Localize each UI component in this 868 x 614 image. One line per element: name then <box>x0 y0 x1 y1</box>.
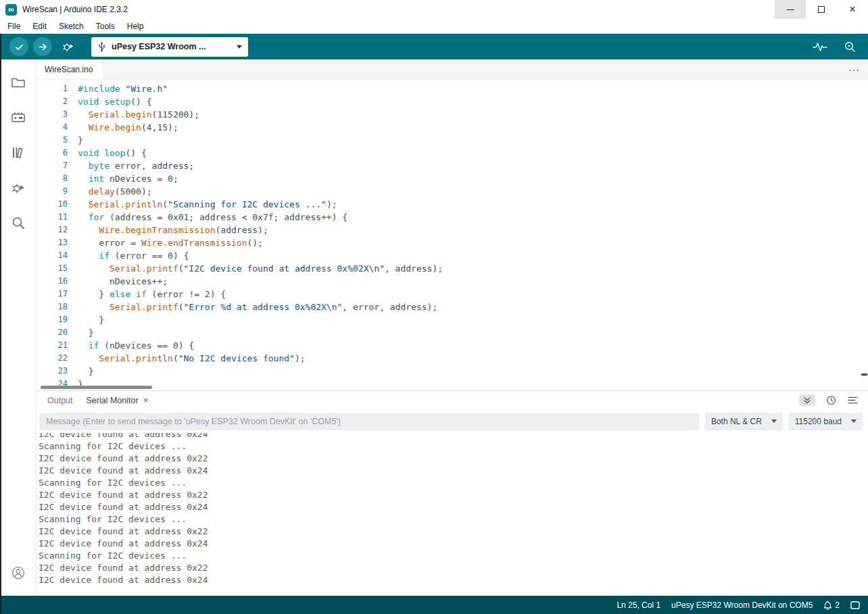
code-line[interactable]: 10 Serial.println("Scanning for I2C devi… <box>37 198 868 211</box>
code-text: error = Wire.endTransmission(); <box>68 236 263 249</box>
line-number: 13 <box>37 236 68 249</box>
debug-icon <box>11 181 26 195</box>
code-line[interactable]: 22 Serial.println("No I2C devices found"… <box>37 352 868 365</box>
sidebar-item-search[interactable] <box>3 208 33 238</box>
bell-icon <box>823 600 832 610</box>
code-line[interactable]: 21 if (nDevices == 0) { <box>37 339 868 352</box>
menu-tools[interactable]: Tools <box>90 19 121 34</box>
line-number: 14 <box>37 249 68 262</box>
notifications-button[interactable]: 2 <box>823 600 840 610</box>
code-line[interactable]: 19 } <box>37 313 868 326</box>
code-line[interactable]: 4 Wire.begin(4,15); <box>37 121 868 134</box>
minimize-icon <box>787 9 794 10</box>
panel-tab-bar: Output Serial Monitor × <box>37 391 868 409</box>
sidebar-item-account[interactable] <box>3 558 33 588</box>
tab-wirescan-ino[interactable]: WireScan.ino <box>37 59 104 79</box>
sidebar-item-library-manager[interactable] <box>3 138 33 168</box>
toggle-timestamp-button[interactable] <box>825 394 837 407</box>
baud-rate-dropdown[interactable]: 115200 baud <box>789 413 863 430</box>
serial-output-line: I2C device found at address 0x22 <box>39 562 868 574</box>
sidebar-item-debug[interactable] <box>3 173 33 203</box>
code-line[interactable]: 14 if (error == 0) { <box>37 249 868 262</box>
serial-monitor-tab-label: Serial Monitor <box>87 396 139 405</box>
code-line[interactable]: 6void loop() { <box>37 147 868 159</box>
status-bar: Ln 25, Col 1 uPesy ESP32 Wroom DevKit on… <box>0 596 868 614</box>
code-line[interactable]: 5} <box>37 134 868 147</box>
serial-output-line: Scanning for I2C devices ... <box>39 477 868 489</box>
line-number: 3 <box>37 108 68 121</box>
upload-button[interactable] <box>33 37 52 56</box>
line-number: 22 <box>37 352 68 365</box>
line-number: 10 <box>37 198 68 211</box>
code-text: Serial.printf("I2C device found at addre… <box>68 262 443 275</box>
serial-output-lines: I2C device found at address 0x24Scanning… <box>39 433 868 586</box>
board-selector-dropdown[interactable]: uPesy ESP32 Wroom ... <box>91 37 248 57</box>
code-text: Serial.println("No I2C devices found"); <box>68 352 306 365</box>
close-button[interactable]: × <box>837 0 868 19</box>
sidebar-item-boards-manager[interactable] <box>3 103 33 132</box>
code-line[interactable]: 15 Serial.printf("I2C device found at ad… <box>37 262 868 275</box>
serial-monitor-button[interactable] <box>841 38 859 55</box>
sidebar-item-sketchbook[interactable] <box>3 68 33 97</box>
line-number: 9 <box>37 185 68 198</box>
code-line[interactable]: 1#include "Wire.h" <box>37 82 868 95</box>
code-text: if (nDevices == 0) { <box>68 339 194 352</box>
line-number: 11 <box>37 211 68 224</box>
code-line[interactable]: 13 error = Wire.endTransmission(); <box>37 236 868 249</box>
line-ending-dropdown[interactable]: Both NL & CR <box>705 413 783 430</box>
line-number: 7 <box>37 159 68 172</box>
panel-actions <box>799 394 868 407</box>
cursor-position[interactable]: Ln 25, Col 1 <box>617 600 660 610</box>
menu-help[interactable]: Help <box>121 19 150 34</box>
code-line[interactable]: 20 } <box>37 326 868 339</box>
editor-tab-bar: WireScan.ino ··· <box>37 59 868 80</box>
line-number: 12 <box>37 224 68 236</box>
code-line[interactable]: 17 } else if (error != 2) { <box>37 288 868 301</box>
line-number: 23 <box>37 365 68 378</box>
code-line[interactable]: 16 nDevices++; <box>37 275 868 288</box>
serial-output[interactable]: I2C device found at address 0x24Scanning… <box>37 433 868 596</box>
code-line[interactable]: 11 for (address = 0x01; address < 0x7f; … <box>37 211 868 224</box>
verify-button[interactable] <box>9 37 28 56</box>
code-text: } <box>68 326 93 339</box>
code-line[interactable]: 8 int nDevices = 0; <box>37 172 868 185</box>
code-text: } <box>68 134 83 147</box>
debug-button[interactable] <box>59 37 78 56</box>
serial-monitor-close-icon[interactable]: × <box>143 395 149 405</box>
code-line[interactable]: 9 delay(5000); <box>37 185 868 198</box>
code-line[interactable]: 24} <box>37 378 868 390</box>
board-selector-label: uPesy ESP32 Wroom ... <box>112 42 233 51</box>
clock-icon <box>826 395 836 405</box>
serial-input-row: Both NL & CR 115200 baud <box>37 409 868 433</box>
serial-plotter-button[interactable] <box>811 38 829 55</box>
serial-message-input[interactable] <box>39 413 699 430</box>
menu-sketch[interactable]: Sketch <box>53 19 90 34</box>
serial-output-line: Scanning for I2C devices ... <box>39 550 868 562</box>
board-port-status[interactable]: uPesy ESP32 Wroom DevKit on COM5 <box>671 600 813 610</box>
toggle-panel-button[interactable] <box>850 601 860 609</box>
tab-serial-monitor[interactable]: Serial Monitor × <box>80 391 155 409</box>
folder-icon <box>11 76 26 89</box>
account-icon <box>11 565 26 580</box>
code-line[interactable]: 2void setup() { <box>37 95 868 108</box>
code-line[interactable]: 18 Serial.printf("Error %d at address 0x… <box>37 301 868 313</box>
code-line[interactable]: 3 Serial.begin(115200); <box>37 108 868 121</box>
tab-output[interactable]: Output <box>41 391 80 409</box>
code-line[interactable]: 23 } <box>37 365 868 378</box>
search-icon <box>11 215 26 230</box>
menu-file[interactable]: File <box>1 19 26 34</box>
collapse-panel-button[interactable] <box>799 394 815 406</box>
code-editor[interactable]: 1#include "Wire.h"2void setup() {3 Seria… <box>37 80 868 390</box>
line-number: 17 <box>37 288 68 301</box>
line-number: 21 <box>37 339 68 352</box>
code-line[interactable]: 7 byte error, address; <box>37 159 868 172</box>
line-number: 18 <box>37 301 68 313</box>
maximize-button[interactable] <box>806 0 837 19</box>
code-text: for (address = 0x01; address < 0x7f; add… <box>68 211 347 224</box>
horizontal-scrollbar-thumb[interactable] <box>41 386 152 389</box>
menu-edit[interactable]: Edit <box>26 19 53 34</box>
minimize-button[interactable] <box>775 0 806 19</box>
tab-more-actions-button[interactable]: ··· <box>840 59 868 79</box>
clear-output-button[interactable] <box>846 394 859 407</box>
code-line[interactable]: 12 Wire.beginTransmission(address); <box>37 224 868 236</box>
